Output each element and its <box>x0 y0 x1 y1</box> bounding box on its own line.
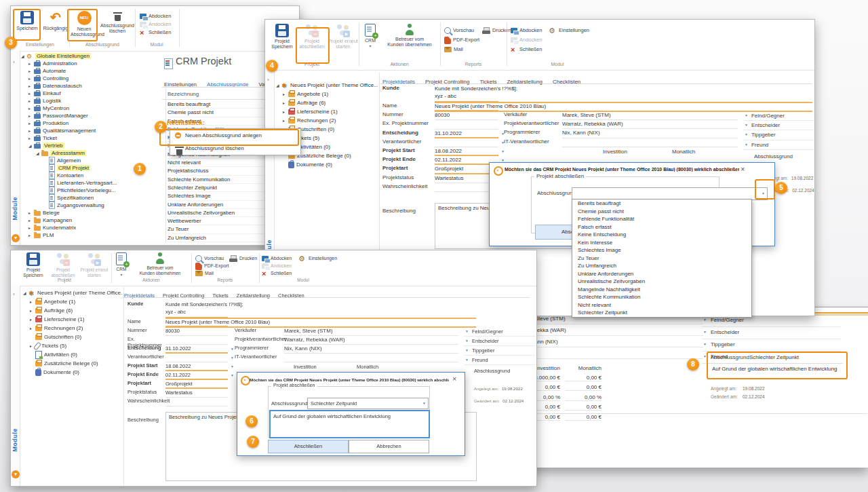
ribbon-button[interactable]: Projekt Speichern <box>268 24 296 50</box>
tree-expander-icon[interactable]: ▸ <box>28 136 34 140</box>
field-input[interactable]: Nix, Kann (NIX) <box>562 129 738 138</box>
ribbon-button[interactable]: Betreuer vom Kunden übernehmen <box>132 252 189 276</box>
chevron-down-icon[interactable] <box>231 356 234 360</box>
tree-expander-icon[interactable]: ▸ <box>30 308 35 313</box>
ribbon-small-button[interactable]: Andocken <box>140 20 171 29</box>
chevron-down-icon[interactable] <box>703 354 707 358</box>
close-icon[interactable]: × <box>741 166 745 172</box>
tree-expander-icon[interactable]: ▸ <box>30 299 35 304</box>
context-menu-item[interactable]: Neuen Abschlussgrund anlegen <box>170 129 300 142</box>
tree-expander-icon[interactable]: ▸ <box>28 83 34 88</box>
ribbon-small-button[interactable]: Schließen <box>140 29 171 37</box>
tree-item[interactable]: ◢ Globale Einstellungen <box>21 52 162 60</box>
tree-root[interactable]: ◢ Neues Projekt (unter Theme Office... <box>23 288 122 297</box>
chevron-down-icon[interactable] <box>231 347 234 351</box>
chevron-down-icon[interactable] <box>231 373 234 377</box>
chevron-right-icon[interactable] <box>267 77 269 83</box>
module-strip[interactable]: Module <box>11 286 20 486</box>
tree-expander-icon[interactable]: ◢ <box>28 143 34 148</box>
tree-expander-icon[interactable]: ◢ <box>36 151 41 155</box>
ribbon-button[interactable]: Projekt abschließen <box>49 252 77 278</box>
tree-item[interactable]: ▸ Belege <box>21 209 162 216</box>
dropdown-option[interactable]: Keine Entscheidung <box>572 231 751 239</box>
tree-item[interactable]: ▸ Tickets (5) <box>23 341 122 350</box>
module-toggle-icon[interactable] <box>12 234 20 242</box>
confirm-close-button[interactable]: Abschließen <box>268 440 349 453</box>
field-input[interactable] <box>165 354 228 362</box>
print-button[interactable]: Drucken <box>229 254 257 263</box>
ribbon-small-button[interactable]: Andocken <box>511 36 542 44</box>
tree-item[interactable]: CRM Projekt <box>21 164 162 172</box>
tree-expander-icon[interactable]: ▸ <box>283 92 288 96</box>
chevron-right-icon[interactable] <box>13 59 15 65</box>
tree-item[interactable]: ▸ Aufträge (6) <box>276 98 378 107</box>
tree-item[interactable]: ▸ Controlling <box>21 75 162 82</box>
tree-expander-icon[interactable]: ▸ <box>28 61 34 66</box>
tree-expander-icon[interactable]: ▸ <box>28 218 34 223</box>
chevron-down-icon[interactable] <box>465 348 469 352</box>
tree-item[interactable]: ▸ Lieferscheine (1) <box>23 315 122 324</box>
chevron-down-icon[interactable] <box>703 342 707 346</box>
tree-item[interactable]: ▸ Rechnungen (2) <box>23 324 122 333</box>
ribbon-button[interactable]: CRM <box>113 252 130 278</box>
ribbon-button[interactable]: Projekt erneut starten <box>328 24 359 50</box>
field-input[interactable]: Wartestatus <box>165 389 228 398</box>
tree-item[interactable]: Zugangsverwaltung <box>21 202 162 209</box>
dropdown-option[interactable]: Unklare Anforderungen <box>572 270 751 278</box>
ribbon-button[interactable]: Projekt abschließen <box>298 24 326 50</box>
ribbon-small-button[interactable]: Schließen <box>262 269 292 278</box>
dropdown-option[interactable]: Kein Interesse <box>572 239 751 247</box>
settings-button[interactable]: Einstellungen <box>549 26 589 35</box>
tree-expander-icon[interactable]: ▸ <box>28 91 34 96</box>
tree-item[interactable]: ▸ Logistik <box>21 97 162 105</box>
tree-item[interactable]: Allgemein <box>21 157 162 164</box>
ribbon-small-button[interactable]: PDF-Export <box>444 36 479 44</box>
module-strip[interactable]: Module <box>11 51 20 245</box>
tree-item[interactable]: Dokumente (0) <box>23 368 122 377</box>
tree-expander-icon[interactable]: ▸ <box>283 100 288 105</box>
dropdown-option[interactable]: Schlechte Kommunikation <box>572 293 751 301</box>
tree-expander-icon[interactable]: ▸ <box>28 113 34 118</box>
tree-item[interactable]: ▸ Angebote (1) <box>23 297 122 306</box>
tree-item[interactable]: ▸ Aufträge (6) <box>23 306 122 315</box>
ribbon-small-button[interactable]: Schließen <box>511 45 542 54</box>
tree-item[interactable]: ▸ Kundenmatrix <box>21 224 162 231</box>
tree-expander-icon[interactable]: ▸ <box>28 233 34 238</box>
dropdown-option[interactable]: Zu Teuer <box>572 254 751 263</box>
tree-expander-icon[interactable]: ▸ <box>283 109 288 114</box>
chevron-down-icon[interactable] <box>231 364 234 368</box>
chevron-down-icon[interactable] <box>465 358 469 362</box>
dropdown-option[interactable]: Fehlende Funktionalität <box>572 215 751 223</box>
field-input[interactable]: Kunde mit Sonderzeichen's !?%$]; xyz - a… <box>435 85 498 102</box>
tree-item[interactable]: Gutschriften (0) <box>23 333 122 341</box>
module-toggle-icon[interactable] <box>12 470 20 478</box>
dropdown-option[interactable]: Falsch erfasst <box>572 223 751 231</box>
ribbon-button[interactable]: Neuen Abschlussgrund <box>71 11 98 38</box>
field-input[interactable]: 18.08.2022 <box>165 362 228 371</box>
tree-item[interactable]: ◢ Vertrieb <box>21 142 162 149</box>
tree-expander-icon[interactable]: ◢ <box>21 54 26 58</box>
tree-item[interactable]: Spezifikationen <box>21 194 162 202</box>
ribbon-button[interactable]: CRM <box>361 24 379 50</box>
tree-expander-icon[interactable]: ◢ <box>23 290 28 295</box>
dropdown-option[interactable]: Mangelnde Nachhaltigkeit <box>572 286 751 294</box>
dropdown-option[interactable]: Nicht relevant <box>572 301 751 309</box>
chevron-right-icon[interactable] <box>13 291 15 297</box>
field-input[interactable]: 80030 <box>435 111 498 120</box>
ribbon-small-button[interactable]: Mail <box>195 269 214 278</box>
context-menu-item[interactable]: Abschlussgrund löschen <box>170 142 300 155</box>
ribbon-button[interactable]: Projekt erneut starten <box>79 252 110 278</box>
field-input[interactable]: Marek, Steve (STM) <box>284 327 458 336</box>
ribbon-button[interactable]: Projekt Speichern <box>19 252 47 278</box>
tree-item[interactable]: ▸ Datenaustausch <box>21 82 162 90</box>
reason-textarea[interactable]: Auf Grund der globalen wirtschaftlichen … <box>269 410 430 438</box>
tree-expander-icon[interactable]: ▸ <box>28 121 34 126</box>
chevron-down-icon[interactable] <box>745 132 748 136</box>
field-input[interactable] <box>165 398 228 406</box>
ribbon-small-button[interactable]: Mail <box>444 45 463 54</box>
field-input[interactable]: Nix, Kann (NIX) <box>284 345 458 354</box>
ribbon-small-button[interactable]: Abdocken <box>140 12 171 20</box>
chevron-down-icon[interactable] <box>762 191 765 195</box>
ribbon-small-button[interactable]: Abdocken <box>511 26 542 35</box>
tree-expander-icon[interactable]: ◢ <box>276 83 281 88</box>
